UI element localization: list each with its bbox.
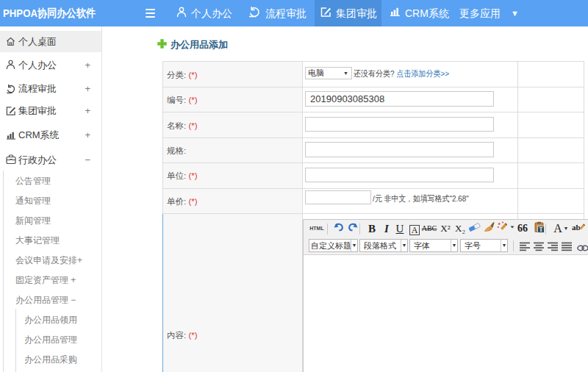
svg-text:T: T bbox=[539, 226, 542, 233]
svg-text:ab: ab bbox=[572, 223, 581, 232]
